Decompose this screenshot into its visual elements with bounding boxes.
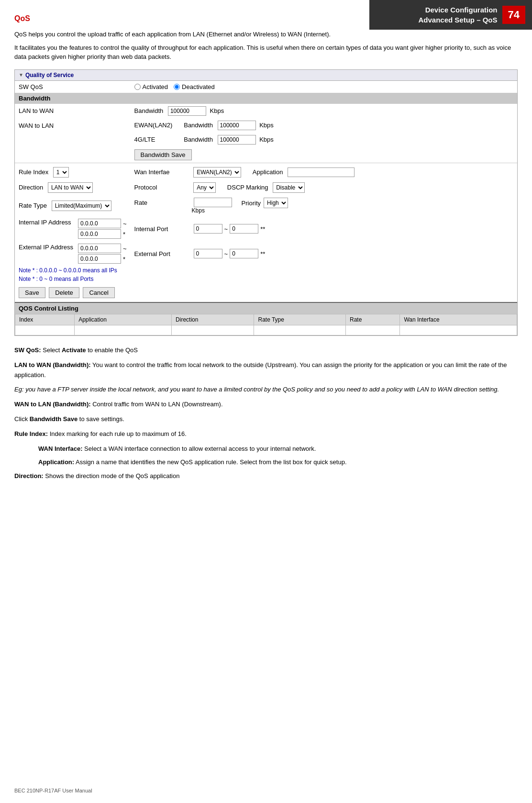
rule-index-select[interactable]: 1 [53,167,69,178]
footer-text: BEC 210NP-R17AF User Manual [14,788,92,793]
note-port-text: Note * : 0 ~ 0 means all Ports [15,275,517,283]
direction-protocol-row: Direction LAN to WAN Protocol Any DSCP M… [15,180,517,195]
note-ip-row: Note * : 0.0.0.0 ~ 0.0.0.0 means all IPs [15,266,517,275]
lte-label: 4G/LTE [134,136,182,143]
internal-port-to[interactable] [230,224,258,234]
bandwidth-section-row: Bandwidth [15,93,517,104]
col-rate-type: Rate Type [254,314,346,325]
listing-title-row: QOS Control Listing [15,302,517,314]
rate-type-select[interactable]: Limited(Maximum) [52,201,111,211]
sw-qos-deactivated-radio[interactable] [174,84,180,90]
form-table: SW QoS Activated Deactivated [15,81,517,336]
external-port-label: External Port [134,250,192,257]
rate-label: Rate [134,199,192,206]
internal-port-group: Internal Port ~ ** [134,224,513,234]
bandwidth-save-button[interactable]: Bandwidth Save [134,149,192,160]
ewan-bw-unit: Kbps [259,122,274,129]
lan-bw-label: Bandwidth [134,107,164,114]
lte-bandwidth: 4G/LTE Bandwidth Kbps [131,133,517,147]
wan-iface-select[interactable]: EWAN(LAN2) [193,167,241,178]
lte-bw-input[interactable] [218,135,256,145]
intro-para2: It facilitates you the features to contr… [14,43,518,62]
desc-rule-label: Rule Index: [14,430,48,437]
ewan-bw-input[interactable] [218,121,256,130]
ewan-bw-label: Bandwidth [184,122,213,129]
desc-app-text: Assign a name that identifies the new Qo… [76,458,347,466]
col-index: Index [15,314,75,325]
external-port-cell: External Port ~ ** [131,241,517,266]
note-port-row: Note * : 0 ~ 0 means all Ports [15,275,517,283]
lan-to-wan-label: LAN to WAN [15,104,131,118]
external-port-group: External Port ~ ** [134,249,513,258]
desc-wan-iface-text: Select a WAN interface connection to all… [84,445,316,452]
external-port-tilde: ~ [224,250,228,257]
desc-rule-text: Index marking for each rule up to maximu… [50,430,187,437]
protocol-select[interactable]: Any [193,182,216,193]
external-ip-cell: External IP Address ~ * [15,241,131,266]
desc-dir-label: Direction: [14,472,44,480]
save-button[interactable]: Save [19,287,45,298]
dscp-select[interactable]: Disable [273,182,305,193]
sw-qos-label: SW QoS [15,81,131,93]
listing-table-row: Index Application Direction Rate Type Ra… [15,314,517,335]
bandwidth-section-label: Bandwidth [15,93,517,104]
dscp-label: DSCP Marking [227,184,268,191]
internal-ip-to[interactable] [78,229,121,239]
external-ip-to[interactable] [78,254,121,264]
col-application: Application [75,314,172,325]
rule-index-label: Rule Index [19,168,48,176]
internal-port-from[interactable] [194,224,222,234]
direction-select[interactable]: LAN to WAN [48,182,93,193]
wan-to-lan-label: WAN to LAN [15,118,131,147]
internal-port-tilde: ~ [224,225,228,233]
sw-qos-radio-group: Activated Deactivated [134,83,513,90]
desc-click-bold: Bandwidth Save [30,415,78,423]
lan-bw-input[interactable] [168,106,206,116]
desc-click-rest: to save settings. [79,415,124,423]
wan-to-lan-row: WAN to LAN EWAN(LAN2) Bandwidth Kbps [15,118,517,133]
application-input[interactable] [288,167,355,177]
collapse-icon[interactable]: ▼ [19,72,23,78]
listing-header-row: Index Application Direction Rate Type Ra… [15,314,517,325]
col-rate: Rate [345,314,399,325]
external-port-to[interactable] [230,249,258,258]
col-wan-interface: Wan Interface [400,314,517,325]
external-ip-from-row: ~ [78,244,127,253]
external-ip-star: * [123,256,125,263]
desc-direction: Direction: Shows the direction mode of t… [14,471,518,481]
page-header: Device Configuration Advanced Setup – Qo… [369,0,532,30]
listing-table: Index Application Direction Rate Type Ra… [15,314,517,335]
listing-empty-col4 [254,325,346,335]
main-content: QoS QoS helps you control the upload tra… [0,0,532,505]
rate-priority-group: Rate Kbps Priority High [134,198,513,214]
direction-cell: Direction LAN to WAN [15,180,131,195]
protocol-label: Protocol [134,184,192,191]
desc-app-label: Application: [38,458,74,466]
sw-qos-activated-radio[interactable] [134,84,141,90]
internal-ip-from[interactable] [78,219,121,228]
sw-qos-deactivated[interactable]: Deactivated [174,83,215,90]
sw-qos-activated[interactable]: Activated [134,83,168,90]
internal-ip-star: * [123,231,125,238]
desc-wan-interface: WAN Interface: Select a WAN interface co… [14,444,518,454]
external-port-from[interactable] [194,249,222,258]
external-port-suffix: ** [260,250,265,257]
sw-qos-row: SW QoS Activated Deactivated [15,81,517,93]
listing-empty-col5 [345,325,399,335]
external-ip-label: External IP Address [19,244,76,251]
sw-qos-activated-label: Activated [143,83,168,90]
delete-button[interactable]: Delete [49,287,79,298]
rate-row: Rate [134,198,232,207]
panel-title: ▼ Quality of Service [15,70,517,81]
lte-bw-label: Bandwidth [184,136,213,143]
rate-group: Rate Kbps [134,198,232,214]
external-row: External IP Address ~ * [15,241,517,266]
external-ip-from[interactable] [78,244,121,253]
rate-input[interactable] [194,198,232,207]
priority-select[interactable]: High [264,198,288,208]
internal-ip-group: Internal IP Address ~ * [19,219,127,239]
listing-empty-col1 [15,325,75,335]
cancel-button[interactable]: Cancel [83,287,114,298]
lte-bw-unit: Kbps [259,136,274,143]
bandwidth-save-row: Bandwidth Save [15,147,517,163]
